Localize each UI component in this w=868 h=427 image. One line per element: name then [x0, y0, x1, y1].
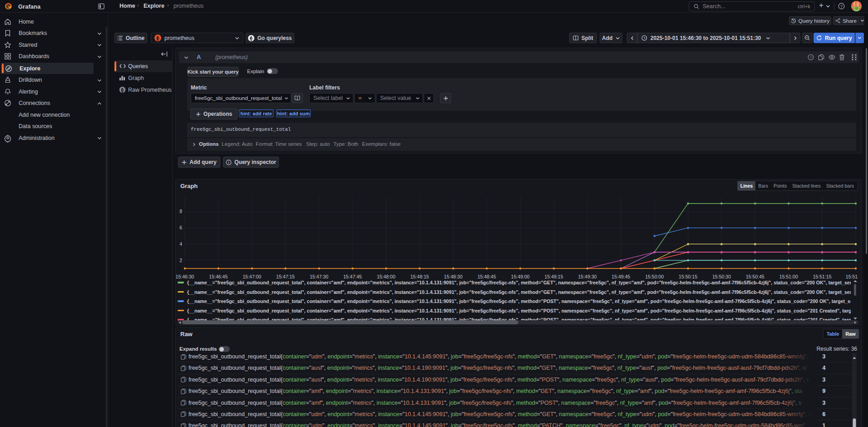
svg-text:6: 6 — [179, 225, 182, 230]
svg-text:4: 4 — [179, 241, 182, 247]
svg-text:?: ? — [810, 55, 812, 60]
svg-text:2: 2 — [179, 258, 182, 263]
svg-text:8: 8 — [179, 209, 182, 214]
